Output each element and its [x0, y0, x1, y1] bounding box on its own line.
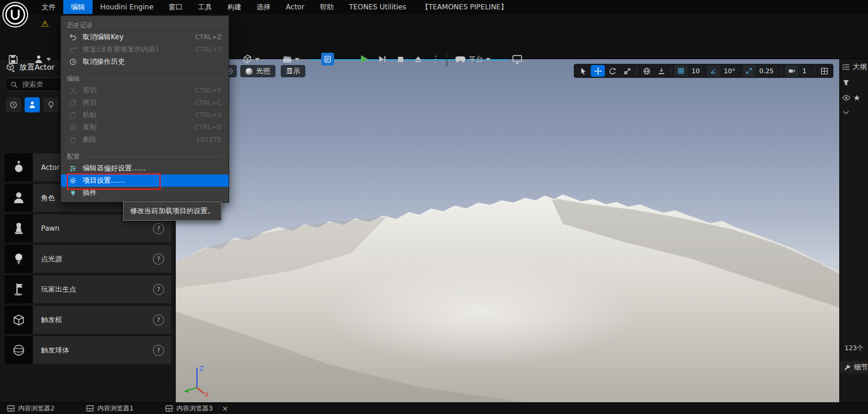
- launch-device-button[interactable]: [512, 52, 522, 67]
- move-tool-button[interactable]: [591, 65, 605, 77]
- menu-houdini-engine[interactable]: Houdini Engine: [93, 0, 161, 14]
- menu-item-undo-history[interactable]: 取消操作历史: [61, 56, 229, 68]
- menu-item-duplicate: 复制 CTRL+D: [61, 121, 229, 134]
- modes-dropdown[interactable]: [34, 52, 51, 67]
- menu-window[interactable]: 窗口: [161, 0, 190, 14]
- help-icon[interactable]: ?: [153, 314, 164, 326]
- menu-item-project-settings[interactable]: 项目设置……: [61, 175, 229, 187]
- menu-file[interactable]: 文件: [34, 0, 63, 14]
- scale-tool-button[interactable]: [620, 65, 634, 77]
- menu-help[interactable]: 帮助: [312, 0, 341, 14]
- outliner-collapse-button[interactable]: [840, 105, 868, 120]
- frame-skip-button[interactable]: [377, 52, 387, 67]
- tab-content-browser-3[interactable]: 内容浏览器3 ×: [165, 404, 228, 413]
- scale-snap-control[interactable]: 0.25: [743, 65, 778, 77]
- sliders-icon: [68, 165, 77, 172]
- help-icon[interactable]: ?: [153, 254, 164, 265]
- platform-dropdown[interactable]: 平台: [455, 52, 491, 67]
- grid-snap-icon: [675, 65, 687, 77]
- toolbar-separator: [636, 67, 637, 75]
- menu-item-cut: 剪切 CTRL+X: [61, 84, 229, 97]
- copy-icon: [68, 99, 77, 107]
- menu-item-delete: 删除 DELETE: [61, 134, 229, 146]
- chevron-down-icon: [295, 58, 299, 61]
- tab-content-browser-2[interactable]: 内容浏览器2: [7, 404, 55, 413]
- menu-item-undo[interactable]: 取消编辑Key CTRL+Z: [61, 31, 229, 43]
- bottom-status-bar: 内容浏览器2 内容浏览器1 内容浏览器3 ×: [0, 402, 868, 414]
- close-icon[interactable]: ×: [222, 405, 228, 413]
- list-item-player-start[interactable]: 玩家出生点 ?: [5, 275, 171, 303]
- rotation-snap-control[interactable]: 10°: [707, 65, 740, 77]
- grid-snap-control[interactable]: 10: [675, 65, 704, 77]
- unreal-logo-icon[interactable]: [2, 2, 28, 28]
- menu-teamones-pipeline[interactable]: 【TEAMONES PIPELINE】: [414, 0, 515, 14]
- view-mode-lit-button[interactable]: 光照: [240, 65, 275, 77]
- surface-snap-button[interactable]: [654, 65, 668, 77]
- show-flags-button[interactable]: 显示: [281, 65, 305, 77]
- blueprint-icon: [321, 53, 334, 66]
- history-icon: [68, 58, 77, 66]
- basic-actors-filter-button[interactable]: [25, 97, 40, 112]
- terrain-render: [176, 59, 839, 403]
- rotate-tool-button[interactable]: [605, 65, 619, 77]
- camera-speed-control[interactable]: 1: [785, 65, 811, 77]
- select-tool-button[interactable]: [576, 65, 590, 77]
- duplicate-icon: [68, 124, 77, 131]
- menu-teones-utilities[interactable]: TEONES Utilities: [341, 0, 414, 14]
- menu-edit[interactable]: 编辑: [63, 0, 93, 14]
- unreal-editor-window: 文件 编辑 Houdini Engine 窗口 工具 构建 选择 Actor 帮…: [0, 0, 868, 414]
- blueprint-tool-button[interactable]: [321, 52, 334, 67]
- gear-icon: [68, 177, 77, 184]
- lit-sphere-icon: [246, 68, 253, 75]
- maximize-viewport-button[interactable]: [817, 65, 831, 77]
- clipboard-icon: [68, 111, 77, 119]
- chevron-down-icon: [46, 58, 51, 61]
- toolbar-separator: [814, 67, 815, 75]
- content-drawer-icon: [165, 405, 173, 412]
- list-item-point-light[interactable]: 点光源 ?: [5, 245, 171, 273]
- play-options-button[interactable]: ⋮: [431, 52, 440, 67]
- menu-actor[interactable]: Actor: [278, 0, 312, 14]
- recently-placed-filter-button[interactable]: [6, 97, 21, 112]
- tab-details[interactable]: 细节: [840, 361, 868, 374]
- list-item-trigger-sphere[interactable]: 触发球体 ?: [5, 336, 171, 364]
- world-coordinate-button[interactable]: [639, 65, 653, 77]
- axis-gizmo: Z X: [179, 363, 212, 398]
- unsaved-warning-icon[interactable]: ⚠: [41, 19, 49, 29]
- menu-select[interactable]: 选择: [249, 0, 278, 14]
- cinematics-dropdown[interactable]: [282, 52, 299, 67]
- outliner-filter-button[interactable]: [840, 76, 868, 90]
- help-icon[interactable]: ?: [153, 223, 164, 234]
- outliner-visibility-row[interactable]: [840, 90, 868, 105]
- tab-content-browser-1[interactable]: 内容浏览器1: [86, 404, 134, 413]
- menu-item-plugins[interactable]: 插件: [61, 187, 229, 199]
- trash-icon: [68, 136, 77, 143]
- lights-filter-button[interactable]: [43, 97, 59, 112]
- menu-item-copy: 拷贝 CTRL+C: [61, 97, 229, 109]
- toolbar-separator: [781, 67, 782, 75]
- stop-button[interactable]: [396, 52, 405, 67]
- add-content-dropdown[interactable]: [243, 52, 260, 67]
- toolbar-separator: [447, 52, 447, 67]
- menu-build[interactable]: 构建: [220, 0, 249, 14]
- help-icon[interactable]: ?: [153, 345, 164, 356]
- star-icon: [853, 94, 860, 101]
- viewport-canvas[interactable]: 光照 显示: [176, 59, 839, 403]
- outliner-panel: 大纲 123个 细节: [839, 59, 868, 403]
- svg-text:Z: Z: [199, 365, 204, 372]
- help-icon[interactable]: ?: [153, 284, 164, 295]
- menu-section-header: 编辑: [61, 72, 229, 84]
- menu-tools[interactable]: 工具: [190, 0, 220, 14]
- redo-icon: [68, 46, 77, 53]
- hook-icon: [842, 109, 850, 117]
- menu-section-header: 配置: [61, 150, 229, 162]
- eject-button[interactable]: [414, 52, 423, 67]
- menu-item-editor-preferences[interactable]: 编辑器偏好设置……: [61, 162, 229, 175]
- point-light-icon: [5, 245, 33, 273]
- play-button[interactable]: [359, 52, 369, 67]
- trigger-box-icon: [5, 306, 33, 334]
- rotation-snap-icon: [707, 65, 720, 77]
- list-item-trigger-box[interactable]: 触发框 ?: [5, 306, 171, 334]
- tooltip: 修改当前加载项目的设置。: [123, 201, 222, 221]
- save-button[interactable]: [8, 52, 18, 67]
